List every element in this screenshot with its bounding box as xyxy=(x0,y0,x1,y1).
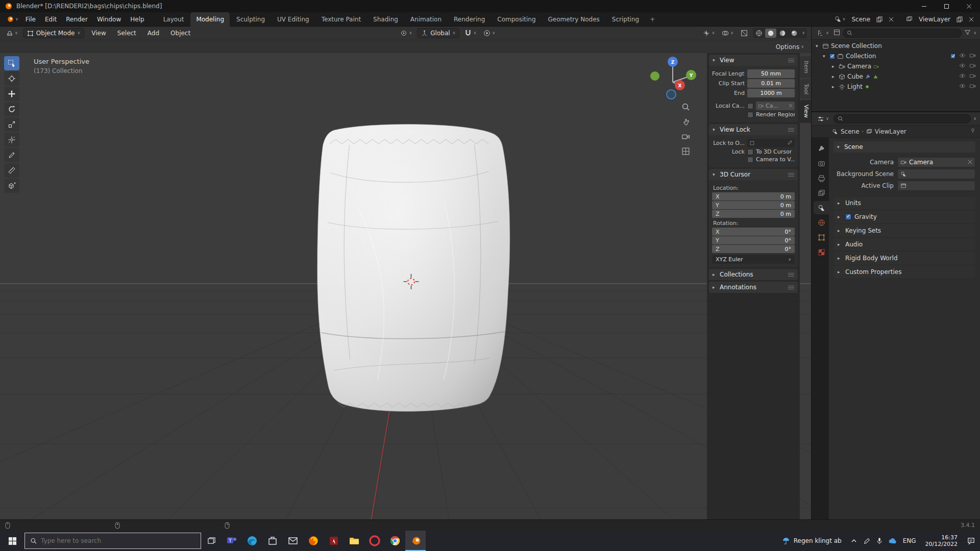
properties-tab-view-layer[interactable] xyxy=(814,186,829,199)
taskbar-app-firefox[interactable] xyxy=(303,531,324,551)
expand-icon[interactable]: ▸ xyxy=(832,74,837,79)
viewport-menu-select[interactable]: Select xyxy=(113,28,140,39)
section-custom-properties[interactable]: ▸ Custom Properties xyxy=(834,266,975,278)
hide-eye-icon[interactable] xyxy=(959,62,966,70)
tool-scale[interactable] xyxy=(4,117,19,132)
taskbar-app-store[interactable] xyxy=(262,531,283,551)
taskbar-clock[interactable]: 16:37 20/12/2022 xyxy=(921,534,962,547)
microphone-icon[interactable] xyxy=(876,537,883,544)
taskbar-app-opera[interactable] xyxy=(364,531,385,551)
sidebar-tab-view[interactable]: View xyxy=(800,100,811,122)
minimize-button[interactable] xyxy=(913,0,935,12)
panel-collections-header[interactable]: ▸ Collections xyxy=(709,269,798,280)
workspace-tab-layout[interactable]: Layout xyxy=(158,12,190,27)
breadcrumb-scene[interactable]: Scene xyxy=(841,128,860,135)
properties-tab-tool[interactable] xyxy=(814,142,829,155)
workspace-tab-compositing[interactable]: Compositing xyxy=(492,12,541,27)
clip-start-field[interactable]: 0.01 m xyxy=(747,79,795,88)
disable-render-icon[interactable] xyxy=(969,72,976,81)
sidebar-tab-tool[interactable]: Tool xyxy=(800,79,811,99)
close-icon[interactable] xyxy=(789,103,793,109)
local-camera-field[interactable]: Ca... xyxy=(756,102,795,110)
remove-viewlayer-button[interactable] xyxy=(967,14,976,24)
panel-annotations-header[interactable]: ▸ Annotations xyxy=(709,282,798,293)
tool-transform[interactable] xyxy=(4,133,19,147)
cursor-rotation-z-field[interactable]: Z0° xyxy=(712,245,795,253)
panel-view-header[interactable]: ▾ View xyxy=(709,55,798,66)
panel-grip-icon[interactable] xyxy=(788,273,794,277)
workspace-tab-uv-editing[interactable]: UV Editing xyxy=(272,12,315,27)
panel-grip-icon[interactable] xyxy=(788,59,794,62)
cursor-rotation-x-field[interactable]: X0° xyxy=(712,228,795,236)
lock-to-object-field[interactable] xyxy=(747,139,795,147)
weather-widget[interactable]: Regen klingt ab xyxy=(777,531,846,551)
menu-edit[interactable]: Edit xyxy=(41,14,61,25)
gravity-checkbox[interactable] xyxy=(845,214,851,220)
collection-checkbox[interactable] xyxy=(950,54,955,59)
expand-icon[interactable]: ▾ xyxy=(816,43,820,48)
taskbar-app-edge[interactable] xyxy=(242,531,262,551)
viewport-canvas[interactable]: User Perspective (173) Collection xyxy=(0,53,811,519)
show-overlays-button[interactable]: ∨ xyxy=(720,28,736,38)
cursor-rotation-y-field[interactable]: Y0° xyxy=(712,236,795,244)
workspace-tab-animation[interactable]: Animation xyxy=(405,12,447,27)
taskbar-app-explorer[interactable] xyxy=(344,531,364,551)
mode-dropdown[interactable]: Object Mode ∨ xyxy=(23,28,84,38)
start-button[interactable] xyxy=(0,531,24,551)
close-icon[interactable] xyxy=(968,159,972,166)
taskbar-app-mail[interactable] xyxy=(283,531,303,551)
xray-toggle-button[interactable] xyxy=(739,28,750,38)
chips-bag-object[interactable] xyxy=(317,124,510,411)
scene-selector[interactable]: Scene xyxy=(849,16,872,23)
render-region-checkbox[interactable] xyxy=(747,112,753,118)
scene-camera-field[interactable]: Camera xyxy=(897,157,975,167)
taskbar-app-adobe[interactable] xyxy=(324,531,344,551)
maximize-button[interactable] xyxy=(935,0,958,12)
snap-toggle-button[interactable]: ∨ xyxy=(462,28,478,38)
new-scene-button[interactable] xyxy=(874,14,885,24)
hide-eye-icon[interactable] xyxy=(959,52,966,60)
active-clip-field[interactable] xyxy=(897,181,975,191)
properties-tab-output[interactable] xyxy=(814,171,829,185)
properties-tab-object[interactable] xyxy=(814,231,829,244)
panel-grip-icon[interactable] xyxy=(788,286,794,289)
taskbar-search[interactable] xyxy=(24,533,201,549)
taskbar-app-blender[interactable] xyxy=(405,531,426,551)
camera-view-icon[interactable] xyxy=(680,131,691,142)
tool-add-cube[interactable] xyxy=(4,179,19,193)
zoom-icon[interactable] xyxy=(680,101,691,112)
tray-expand-button[interactable] xyxy=(846,531,862,551)
hide-eye-icon[interactable] xyxy=(959,72,966,81)
cursor-location-y-field[interactable]: Y0 m xyxy=(712,201,795,209)
shading-rendered-button[interactable] xyxy=(789,29,800,38)
panel-grip-icon[interactable] xyxy=(788,128,794,132)
properties-tab-render[interactable] xyxy=(814,157,829,170)
properties-editor-type-button[interactable]: ∨ xyxy=(815,114,831,124)
breadcrumb-viewlayer[interactable]: ViewLayer xyxy=(875,128,906,135)
gizmo-axis-y-neg[interactable] xyxy=(650,71,659,81)
lock-3d-cursor-checkbox[interactable] xyxy=(747,149,753,155)
task-view-button[interactable] xyxy=(201,531,222,551)
outliner-row-light[interactable]: ▸ Light xyxy=(812,82,980,92)
cursor-location-x-field[interactable]: X0 m xyxy=(712,192,795,201)
taskbar-app-teams[interactable]: T xyxy=(222,531,242,551)
onedrive-cloud-icon[interactable] xyxy=(888,537,896,544)
shading-wireframe-button[interactable] xyxy=(753,29,765,38)
local-camera-checkbox[interactable] xyxy=(747,103,753,109)
eyedropper-icon[interactable] xyxy=(788,140,793,146)
pan-hand-icon[interactable] xyxy=(680,116,691,127)
taskbar-app-chrome[interactable] xyxy=(385,531,405,551)
focal-length-field[interactable]: 50 mm xyxy=(747,69,795,78)
panel-3d-cursor-header[interactable]: ▾ 3D Cursor xyxy=(709,169,798,180)
outliner-editor-type-button[interactable]: ∨ xyxy=(815,28,831,38)
expand-icon[interactable]: ▸ xyxy=(832,84,837,89)
disable-render-icon[interactable] xyxy=(969,52,976,60)
pen-icon[interactable] xyxy=(864,537,871,544)
tool-measure[interactable] xyxy=(4,163,19,178)
panel-view-lock-header[interactable]: ▾ View Lock xyxy=(709,124,798,135)
filter-icon[interactable] xyxy=(964,29,971,37)
sidebar-tab-item[interactable]: Item xyxy=(800,56,811,78)
workspace-tab-texture-paint[interactable]: Texture Paint xyxy=(316,12,366,27)
tool-cursor[interactable] xyxy=(4,71,19,86)
outliner-row-cube[interactable]: ▸ Cube xyxy=(812,71,980,82)
